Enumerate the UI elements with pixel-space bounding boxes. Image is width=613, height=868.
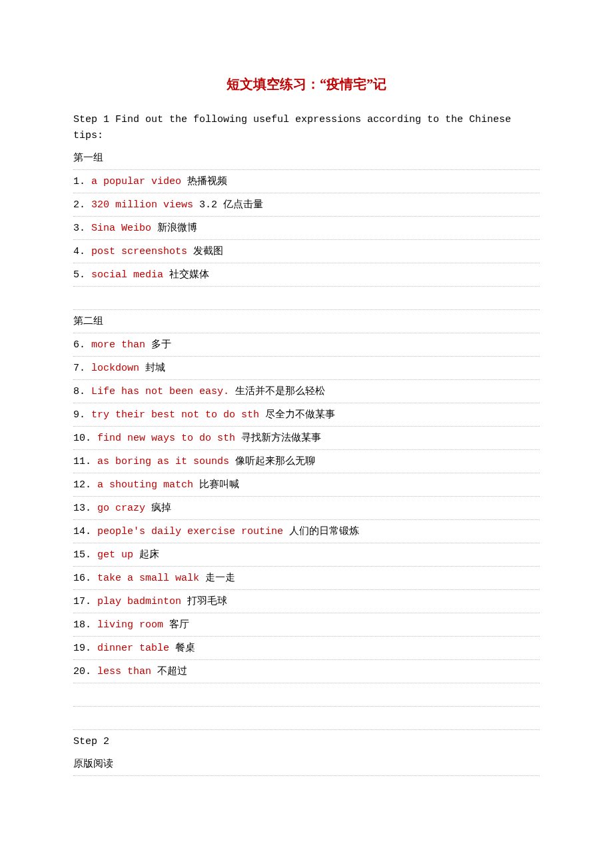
step2-label: Step 2 [73, 730, 540, 753]
item-english: living room [97, 619, 163, 631]
blank-line [73, 707, 540, 730]
group1-heading: 第一组 [73, 147, 540, 170]
item-number: 18. [73, 619, 91, 631]
item-chinese: 打羽毛球 [187, 596, 227, 607]
item-chinese: 疯掉 [151, 503, 171, 514]
item-number: 16. [73, 573, 91, 584]
item-english: take a small walk [97, 573, 199, 584]
item-chinese: 封城 [145, 363, 165, 374]
group2-heading: 第二组 [73, 310, 540, 333]
item-english: go crazy [97, 503, 145, 514]
item-number: 2. [73, 199, 85, 211]
item-number: 19. [73, 643, 91, 654]
item-chinese: 寻找新方法做某事 [241, 433, 321, 444]
list-item: 7. lockdown 封城 [73, 357, 540, 380]
item-chinese: 起床 [139, 549, 159, 561]
document-title: 短文填空练习：“疫情宅”记 [73, 73, 540, 95]
item-number: 7. [73, 363, 85, 374]
item-english: as boring as it sounds [97, 456, 229, 467]
item-english: less than [97, 666, 151, 677]
item-number: 12. [73, 479, 91, 491]
list-item: 3. Sina Weibo 新浪微博 [73, 217, 540, 240]
item-number: 20. [73, 666, 91, 677]
item-chinese: 生活并不是那么轻松 [235, 386, 325, 397]
list-item: 10. find new ways to do sth 寻找新方法做某事 [73, 427, 540, 450]
item-english: lockdown [91, 363, 139, 374]
list-item: 8. Life has not been easy. 生活并不是那么轻松 [73, 380, 540, 403]
item-english: people's daily exercise routine [97, 526, 283, 537]
item-english: Sina Weibo [91, 223, 151, 234]
item-number: 15. [73, 549, 91, 561]
item-chinese: 多于 [151, 339, 171, 351]
item-number: 10. [73, 433, 91, 444]
item-number: 13. [73, 503, 91, 514]
item-english: social media [91, 269, 163, 281]
item-chinese: 新浪微博 [157, 223, 197, 234]
item-english: Life has not been easy. [91, 386, 229, 397]
list-item: 6. more than 多于 [73, 333, 540, 357]
item-english: play badminton [97, 596, 181, 607]
item-chinese: 像听起来那么无聊 [235, 456, 315, 467]
item-chinese: 走一走 [205, 573, 235, 584]
item-english: a shouting match [97, 479, 193, 491]
item-number: 8. [73, 386, 85, 397]
list-item: 5. social media 社交媒体 [73, 263, 540, 287]
item-english: dinner table [97, 643, 169, 654]
item-number: 4. [73, 246, 85, 257]
list-item: 9. try their best not to do sth 尽全力不做某事 [73, 403, 540, 427]
item-number: 9. [73, 409, 85, 421]
list-item: 4. post screenshots 发截图 [73, 240, 540, 263]
item-english: a popular video [91, 176, 181, 187]
step1-instruction: Step 1 Find out the following useful exp… [73, 108, 540, 147]
item-chinese: 客厅 [169, 619, 189, 631]
item-chinese: 餐桌 [175, 643, 195, 654]
item-english: more than [91, 339, 145, 351]
item-number: 17. [73, 596, 91, 607]
item-number: 1. [73, 176, 85, 187]
list-item: 16. take a small walk 走一走 [73, 567, 540, 590]
item-english: post screenshots [91, 246, 187, 257]
item-english: get up [97, 549, 133, 561]
list-item: 19. dinner table 餐桌 [73, 637, 540, 660]
blank-line [73, 683, 540, 707]
list-item: 15. get up 起床 [73, 543, 540, 567]
item-number: 6. [73, 339, 85, 351]
list-item: 13. go crazy 疯掉 [73, 497, 540, 520]
list-item: 20. less than 不超过 [73, 660, 540, 683]
item-english: find new ways to do sth [97, 433, 235, 444]
item-chinese: 比赛叫喊 [199, 479, 239, 491]
item-chinese: 热播视频 [187, 176, 227, 187]
list-item: 2. 320 million views 3.2 亿点击量 [73, 193, 540, 217]
item-chinese: 尽全力不做某事 [265, 409, 335, 421]
item-chinese: 3.2 亿点击量 [199, 199, 263, 211]
item-chinese: 发截图 [193, 246, 223, 257]
list-item: 11. as boring as it sounds 像听起来那么无聊 [73, 450, 540, 473]
list-item: 12. a shouting match 比赛叫喊 [73, 473, 540, 497]
item-number: 11. [73, 456, 91, 467]
list-item: 1. a popular video 热播视频 [73, 170, 540, 193]
blank-line [73, 287, 540, 310]
item-chinese: 不超过 [157, 666, 187, 677]
item-english: 320 million views [91, 199, 193, 211]
item-number: 5. [73, 269, 85, 281]
item-chinese: 社交媒体 [169, 269, 209, 281]
item-chinese: 人们的日常锻炼 [289, 526, 359, 537]
item-number: 3. [73, 223, 85, 234]
list-item: 14. people's daily exercise routine 人们的日… [73, 520, 540, 543]
step2-subheading: 原版阅读 [73, 753, 540, 776]
list-item: 17. play badminton 打羽毛球 [73, 590, 540, 613]
item-number: 14. [73, 526, 91, 537]
item-english: try their best not to do sth [91, 409, 259, 421]
list-item: 18. living room 客厅 [73, 613, 540, 637]
